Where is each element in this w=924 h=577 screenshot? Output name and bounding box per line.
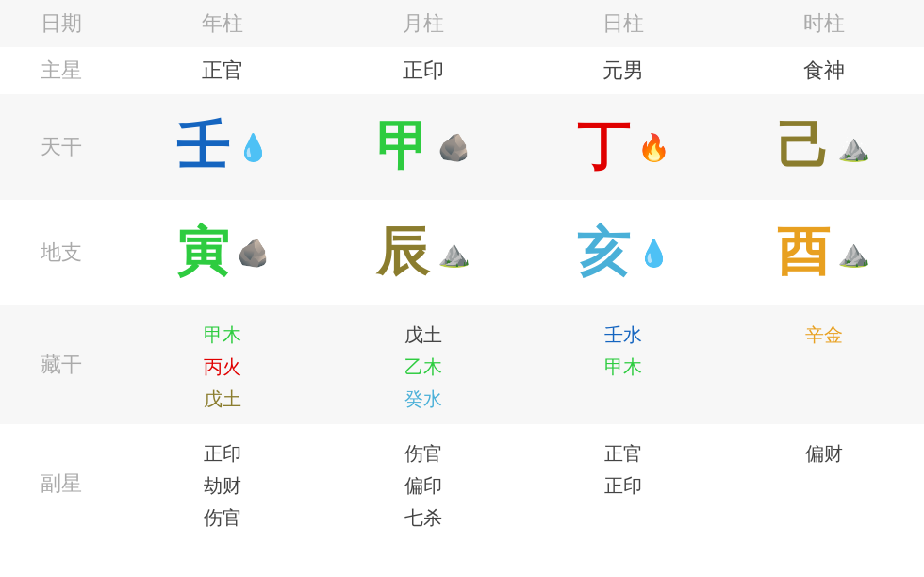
zanggan-col1-item2: 丙火: [130, 351, 315, 383]
dizhi-char-1: 寅: [176, 217, 229, 288]
dizhi-char-4: 酉: [777, 217, 830, 288]
zanggan-col2-item2: 乙木: [331, 351, 516, 383]
tiangan-col1: 壬 💧: [123, 94, 322, 200]
dizhi-char-3: 亥: [577, 217, 630, 288]
zanggan-row: 藏干 甲木 丙火 戊土 戊土 乙木 癸水 壬水 甲木 辛金: [0, 305, 924, 424]
header-shizhu: 时柱: [724, 0, 924, 47]
zanggan-col4: 辛金: [724, 305, 924, 424]
fuxing-col3: 正官 正印: [523, 424, 723, 543]
fuxing-label: 副星: [0, 424, 123, 543]
header-row: 日期 年柱 月柱 日柱 时柱: [0, 0, 924, 47]
zanggan-col3-item2: 甲木: [531, 351, 716, 383]
dizhi-col3: 亥 💧: [523, 200, 723, 305]
zanggan-col1: 甲木 丙火 戊土: [123, 305, 322, 424]
fuxing-col4: 偏财: [724, 424, 924, 543]
tiangan-emoji-3: 🔥: [637, 132, 670, 163]
dizhi-label: 地支: [0, 200, 123, 305]
tiangan-col3: 丁 🔥: [523, 94, 723, 200]
tiangan-label: 天干: [0, 94, 123, 200]
zanggan-col3: 壬水 甲木: [523, 305, 723, 424]
header-rizhu: 日柱: [523, 0, 723, 47]
tiangan-char-2: 甲: [376, 111, 429, 183]
zhuxing-col1: 正官: [123, 47, 322, 94]
fuxing-col1: 正印 劫财 伤官: [123, 424, 322, 543]
dizhi-char-2: 辰: [376, 217, 429, 288]
dizhi-emoji-1: 🪨: [237, 238, 270, 269]
zanggan-col2-item1: 戊土: [331, 319, 516, 351]
dizhi-emoji-3: 💧: [637, 238, 670, 269]
fuxing-col2: 伤官 偏印 七杀: [323, 424, 523, 543]
header-label: 日期: [0, 0, 123, 47]
header-nianzhu: 年柱: [123, 0, 322, 47]
tiangan-emoji-2: 🪨: [437, 132, 470, 163]
zanggan-col1-item3: 戊土: [130, 383, 315, 415]
zhuxing-col4: 食神: [724, 47, 924, 94]
zanggan-col4-item1: 辛金: [732, 319, 916, 351]
dizhi-emoji-2: ⛰️: [437, 238, 470, 269]
tiangan-char-3: 丁: [577, 111, 630, 183]
zanggan-col1-item1: 甲木: [130, 319, 315, 351]
dizhi-col4: 酉 ⛰️: [724, 200, 924, 305]
fuxing-col1-item3: 伤官: [130, 502, 315, 534]
tiangan-emoji-4: ⛰️: [837, 132, 870, 163]
tiangan-col2: 甲 🪨: [323, 94, 523, 200]
dizhi-col1: 寅 🪨: [123, 200, 322, 305]
tiangan-char-1: 壬: [176, 111, 229, 183]
fuxing-row: 副星 正印 劫财 伤官 伤官 偏印 七杀 正官 正印 偏财: [0, 424, 924, 543]
tiangan-col4: 己 ⛰️: [724, 94, 924, 200]
zanggan-col2-item3: 癸水: [331, 383, 516, 415]
zhuxing-label: 主星: [0, 47, 123, 94]
fuxing-col2-item2: 偏印: [331, 470, 516, 502]
dizhi-col2: 辰 ⛰️: [323, 200, 523, 305]
tiangan-row: 天干 壬 💧 甲 🪨 丁 🔥 己 ⛰️: [0, 94, 924, 200]
zhuxing-col3: 元男: [523, 47, 723, 94]
fuxing-col1-item1: 正印: [130, 437, 315, 470]
zanggan-col2: 戊土 乙木 癸水: [323, 305, 523, 424]
zhuxing-row: 主星 正官 正印 元男 食神: [0, 47, 924, 94]
fuxing-col2-item1: 伤官: [331, 437, 516, 470]
dizhi-emoji-4: ⛰️: [837, 238, 870, 269]
fuxing-col2-item3: 七杀: [331, 502, 516, 534]
dizhi-row: 地支 寅 🪨 辰 ⛰️ 亥 💧 酉 ⛰️: [0, 200, 924, 305]
tiangan-emoji-1: 💧: [237, 132, 270, 163]
zanggan-label: 藏干: [0, 305, 123, 424]
tiangan-char-4: 己: [777, 111, 830, 183]
fuxing-col1-item2: 劫财: [130, 470, 315, 502]
header-yuezhu: 月柱: [323, 0, 523, 47]
fuxing-col4-item1: 偏财: [732, 437, 916, 470]
bazi-table: 日期 年柱 月柱 日柱 时柱 主星 正官 正印: [0, 0, 924, 577]
zanggan-col3-item1: 壬水: [531, 319, 716, 351]
fuxing-col3-item2: 正印: [531, 470, 716, 502]
fuxing-col3-item1: 正官: [531, 437, 716, 470]
zhuxing-col2: 正印: [323, 47, 523, 94]
